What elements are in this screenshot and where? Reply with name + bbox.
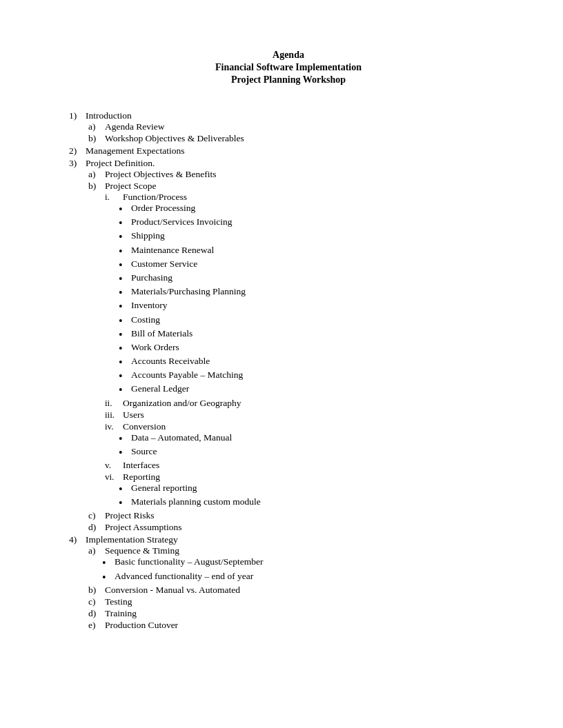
- item-label: Workshop Objectives & Deliverables: [105, 133, 244, 144]
- header-subtitle2: Project Planning Workshop: [69, 74, 508, 85]
- item-label: Conversion - Manual vs. Automated: [105, 585, 240, 596]
- item-label: Organization and/or Geography: [123, 398, 241, 409]
- list-item: •Inventory: [119, 300, 508, 313]
- item-label: Agenda Review: [105, 121, 165, 132]
- bullet-icon: •: [119, 483, 127, 496]
- item-label: Basic functionality – August/September: [115, 556, 264, 567]
- list-item: •Costing: [119, 314, 508, 327]
- outline-container: 1) Introduction a) Agenda Review b) Work…: [69, 110, 508, 631]
- item-label: Materials planning custom module: [131, 496, 261, 507]
- item-label: Reporting: [123, 472, 160, 483]
- item-label: Accounts Payable – Matching: [131, 370, 243, 381]
- header-title: Agenda: [69, 50, 508, 61]
- bullet-icon: •: [119, 300, 127, 313]
- bullet-icon: •: [102, 571, 110, 584]
- list-item: ii. Organization and/or Geography: [105, 398, 508, 409]
- level2-list: a) Agenda Review b) Workshop Objectives …: [88, 121, 508, 144]
- item-label: Implementation Strategy: [86, 534, 178, 545]
- item-label: Bill of Materials: [131, 328, 192, 339]
- bullet-icon: •: [119, 342, 127, 355]
- list-item: •Data – Automated, Manual: [119, 432, 508, 445]
- item-label: Project Risks: [105, 510, 155, 521]
- item-letter: c): [88, 596, 102, 607]
- list-item: 4) Implementation Strategy a) Sequence &…: [69, 534, 508, 630]
- item-roman: iii.: [105, 410, 120, 421]
- level1-list: 1) Introduction a) Agenda Review b) Work…: [69, 110, 508, 631]
- level2-list: a) Project Objectives & Benefits b) Proj…: [88, 169, 508, 533]
- list-item: a) Sequence & Timing •Basic functionalit…: [88, 545, 508, 583]
- level3-list: i. Function/Process •Order Processing •P…: [105, 192, 508, 509]
- list-item: •Bill of Materials: [119, 328, 508, 341]
- item-label: Source: [131, 446, 157, 457]
- item-label: Costing: [131, 314, 160, 325]
- item-number: 2): [69, 145, 83, 156]
- list-item: d) Project Assumptions: [88, 522, 508, 533]
- item-letter: a): [88, 545, 102, 556]
- bullet-icon: •: [102, 556, 110, 569]
- item-label: Function/Process: [123, 192, 187, 203]
- item-letter: a): [88, 121, 102, 132]
- list-item: v. Interfaces: [105, 460, 508, 471]
- bullet-icon: •: [119, 203, 127, 216]
- list-item: •Advanced functionality – end of year: [102, 571, 508, 584]
- item-number: 3): [69, 158, 83, 169]
- item-label: Management Expectations: [86, 145, 185, 156]
- item-label: Product/Services Invoicing: [131, 216, 233, 228]
- list-item: •General Ledger: [119, 383, 508, 396]
- list-item: •Order Processing: [119, 203, 508, 216]
- bullet-list: •Order Processing •Product/Services Invo…: [119, 203, 508, 397]
- item-label: Customer Service: [131, 259, 197, 270]
- list-item: •Purchasing: [119, 272, 508, 285]
- bullet-icon: •: [119, 259, 127, 272]
- bullet-icon: •: [119, 356, 127, 369]
- list-item: iv. Conversion •Data – Automated, Manual…: [105, 421, 508, 459]
- item-letter: b): [88, 585, 102, 596]
- bullet-icon: •: [119, 383, 127, 396]
- item-label: Introduction: [86, 110, 132, 121]
- item-letter: c): [88, 510, 102, 521]
- list-item: b) Project Scope i. Function/Process •Or…: [88, 181, 508, 509]
- item-letter: a): [88, 169, 102, 180]
- item-letter: d): [88, 522, 102, 533]
- item-roman: i.: [105, 192, 120, 203]
- item-label: General reporting: [131, 483, 197, 494]
- item-roman: ii.: [105, 398, 120, 409]
- item-label: General Ledger: [131, 383, 189, 394]
- item-roman: iv.: [105, 421, 120, 432]
- item-label: Training: [105, 608, 137, 619]
- item-letter: d): [88, 608, 102, 619]
- item-number: 1): [69, 110, 83, 121]
- level2-list: a) Sequence & Timing •Basic functionalit…: [88, 545, 508, 630]
- item-label: Accounts Receivable: [131, 356, 210, 367]
- list-item: •Basic functionality – August/September: [102, 556, 508, 569]
- item-label: Sequence & Timing: [105, 545, 179, 556]
- bullet-list: •Basic functionality – August/September …: [102, 556, 508, 583]
- bullet-list: •General reporting •Materials planning c…: [119, 483, 508, 509]
- bullet-icon: •: [119, 496, 127, 509]
- bullet-icon: •: [119, 230, 127, 243]
- item-label: Advanced functionality – end of year: [115, 571, 253, 582]
- bullet-icon: •: [119, 314, 127, 327]
- list-item: •Accounts Receivable: [119, 356, 508, 369]
- list-item: e) Production Cutover: [88, 620, 508, 631]
- list-item: •General reporting: [119, 483, 508, 496]
- list-item: 2) Management Expectations: [69, 145, 508, 156]
- list-item: vi. Reporting •General reporting •Materi…: [105, 472, 508, 509]
- list-item: b) Workshop Objectives & Deliverables: [88, 133, 508, 144]
- list-item: c) Project Risks: [88, 510, 508, 521]
- item-label: Testing: [105, 596, 132, 607]
- header-subtitle1: Financial Software Implementation: [69, 62, 508, 73]
- list-item: c) Testing: [88, 596, 508, 607]
- item-number: 4): [69, 534, 83, 545]
- item-letter: b): [88, 181, 102, 192]
- item-label: Order Processing: [131, 203, 195, 214]
- list-item: iii. Users: [105, 410, 508, 421]
- list-item: •Maintenance Renewal: [119, 245, 508, 258]
- item-letter: e): [88, 620, 102, 631]
- item-label: Data – Automated, Manual: [131, 432, 232, 443]
- bullet-icon: •: [119, 446, 127, 459]
- bullet-icon: •: [119, 272, 127, 285]
- list-item: •Materials planning custom module: [119, 496, 508, 509]
- list-item: •Customer Service: [119, 259, 508, 272]
- document-header: Agenda Financial Software Implementation…: [69, 50, 508, 85]
